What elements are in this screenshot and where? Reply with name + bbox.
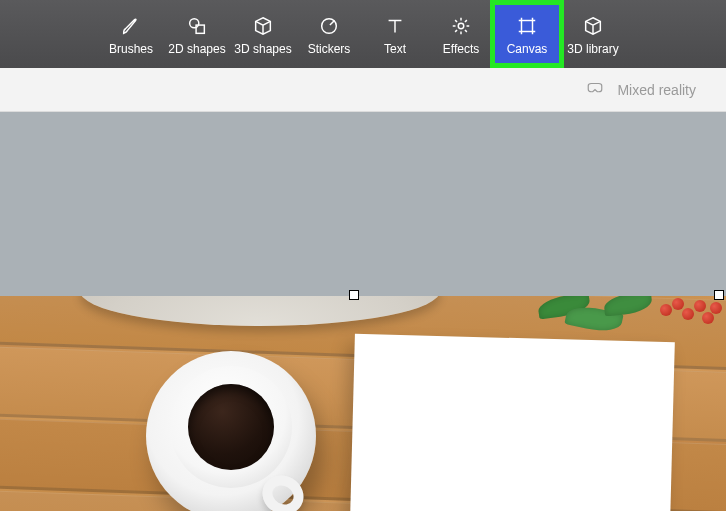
paper-sheet xyxy=(349,334,675,511)
canvas-image[interactable] xyxy=(0,296,726,511)
svg-point-0 xyxy=(190,18,199,27)
library-3d-icon xyxy=(582,13,604,39)
tool-label: Brushes xyxy=(109,42,153,56)
main-toolbar: Brushes 2D shapes 3D shapes Stickers Tex… xyxy=(0,0,726,68)
coffee-liquid xyxy=(188,384,274,470)
svg-rect-4 xyxy=(522,20,533,31)
mixed-reality-icon xyxy=(585,79,605,101)
brush-icon xyxy=(120,13,142,39)
resize-handle-top-right[interactable] xyxy=(714,290,724,300)
tool-label: Effects xyxy=(443,42,479,56)
berries xyxy=(656,298,726,338)
canvas-icon xyxy=(516,13,538,39)
shapes-2d-icon xyxy=(186,13,208,39)
effects-icon xyxy=(450,13,472,39)
tool-label: 2D shapes xyxy=(168,42,225,56)
tool-2d-shapes[interactable]: 2D shapes xyxy=(164,4,230,64)
tool-3d-shapes[interactable]: 3D shapes xyxy=(230,4,296,64)
tool-label: 3D library xyxy=(567,42,618,56)
stickers-icon xyxy=(318,13,340,39)
tool-label: Text xyxy=(384,42,406,56)
shapes-3d-icon xyxy=(252,13,274,39)
mixed-reality-button[interactable]: Mixed reality xyxy=(617,82,696,98)
text-icon xyxy=(384,13,406,39)
resize-handle-top-mid[interactable] xyxy=(349,290,359,300)
tool-stickers[interactable]: Stickers xyxy=(296,4,362,64)
tool-label: Canvas xyxy=(507,42,548,56)
tool-3d-library[interactable]: 3D library xyxy=(560,4,626,64)
tool-brushes[interactable]: Brushes xyxy=(98,4,164,64)
svg-point-3 xyxy=(458,23,464,29)
tool-effects[interactable]: Effects xyxy=(428,4,494,64)
tool-label: 3D shapes xyxy=(234,42,291,56)
sub-toolbar: Mixed reality xyxy=(0,68,726,112)
tool-canvas[interactable]: Canvas xyxy=(494,4,560,64)
tool-text[interactable]: Text xyxy=(362,4,428,64)
tool-label: Stickers xyxy=(308,42,351,56)
workspace[interactable] xyxy=(0,112,726,511)
